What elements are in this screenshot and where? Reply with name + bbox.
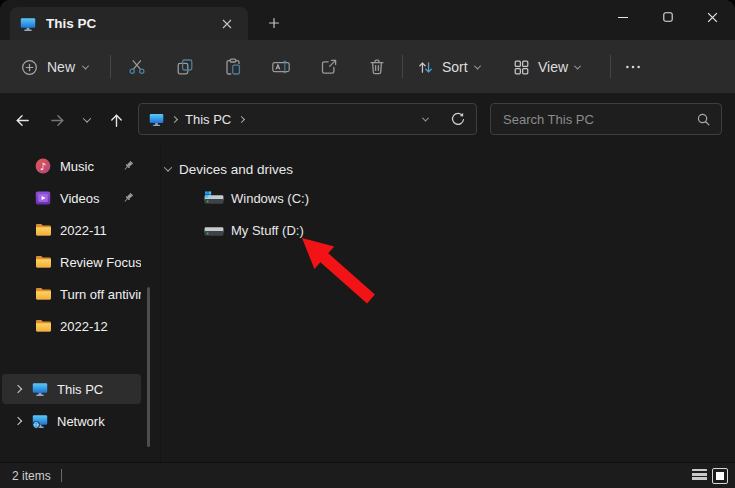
plus-icon: [268, 17, 280, 29]
status-bar: 2 items: [0, 462, 735, 488]
toolbar-divider: [110, 55, 111, 78]
maximize-icon: [663, 12, 673, 22]
forward-arrow-icon: [49, 112, 66, 129]
search-box[interactable]: [490, 103, 722, 135]
command-bar: New: [0, 40, 735, 93]
maximize-button[interactable]: [645, 0, 690, 34]
new-button-label: New: [47, 59, 75, 75]
address-bar[interactable]: This PC: [138, 103, 477, 135]
system-drive-icon: [204, 191, 224, 206]
folder-icon: [35, 286, 51, 302]
minimize-button[interactable]: [600, 0, 645, 34]
folder-icon: [35, 222, 51, 238]
sidebar-item-label: Videos: [60, 191, 122, 206]
chevron-right-icon: [171, 115, 178, 122]
sort-icon: [416, 58, 435, 77]
copy-button[interactable]: [174, 56, 196, 78]
chevron-down-icon: [82, 62, 89, 69]
large-icons-view-icon: [716, 472, 724, 480]
chevron-right-icon[interactable]: [15, 418, 25, 424]
music-icon: ♪: [35, 158, 51, 174]
rename-button[interactable]: [270, 56, 292, 78]
chevron-right-icon: [238, 115, 245, 122]
sort-button[interactable]: Sort: [412, 52, 484, 82]
sidebar-item-label: This PC: [57, 382, 141, 397]
sort-button-label: Sort: [442, 59, 468, 75]
items-count: 2 items: [12, 469, 51, 483]
share-button[interactable]: [318, 56, 340, 78]
window-controls: [600, 0, 735, 34]
new-tab-button[interactable]: [262, 11, 286, 35]
back-button[interactable]: [10, 108, 34, 132]
sidebar-item-review-focus-w[interactable]: Review Focus W: [2, 247, 141, 277]
minimize-icon: [618, 17, 628, 18]
red-arrow-shape: [302, 238, 375, 304]
chevron-down-icon: [164, 163, 172, 171]
scissors-icon: [127, 57, 147, 77]
tab-title: This PC: [46, 16, 216, 31]
new-button[interactable]: New: [16, 52, 92, 82]
sidebar-item-network[interactable]: Network: [2, 406, 141, 436]
this-pc-icon: [20, 16, 36, 32]
sidebar-item-label: Network: [57, 414, 141, 429]
sidebar-item-2022-11[interactable]: 2022-11: [2, 215, 141, 245]
back-arrow-icon: [14, 112, 31, 129]
refresh-icon: [450, 111, 466, 127]
chevron-down-icon: [574, 62, 581, 69]
chevron-right-icon[interactable]: [15, 386, 25, 392]
clipboard-icon: [223, 57, 243, 77]
sidebar-item-label: 2022-12: [60, 319, 141, 334]
large-icons-view-button[interactable]: [712, 468, 728, 484]
chevron-down-icon: [83, 114, 91, 122]
delete-button[interactable]: [366, 56, 388, 78]
details-view-button[interactable]: [692, 469, 707, 482]
group-header-label: Devices and drives: [179, 162, 293, 177]
data-drive-icon: [204, 223, 224, 238]
drive-label: My Stuff (D:): [231, 223, 304, 238]
refresh-button[interactable]: [450, 111, 466, 127]
view-button[interactable]: View: [508, 52, 584, 82]
breadcrumb-item-this-pc[interactable]: This PC: [185, 112, 231, 127]
sidebar-item-2022-12[interactable]: 2022-12: [2, 311, 141, 341]
this-pc-icon: [32, 381, 48, 397]
view-button-label: View: [538, 59, 568, 75]
search-input[interactable]: [501, 111, 696, 128]
drive-item-windows-c[interactable]: Windows (C:): [204, 187, 309, 209]
drive-label: Windows (C:): [231, 191, 309, 206]
file-explorer-window: This PC New: [0, 0, 735, 488]
sidebar-item-label: Review Focus W: [60, 255, 141, 270]
status-divider: [61, 469, 62, 482]
sidebar-scrollbar[interactable]: [147, 287, 150, 447]
up-button[interactable]: [104, 108, 128, 132]
this-pc-icon: [149, 112, 164, 127]
pin-icon: [122, 160, 134, 172]
sidebar-item-music[interactable]: ♪ Music: [2, 151, 141, 181]
tab-this-pc[interactable]: This PC: [10, 7, 248, 40]
rename-icon: [271, 57, 291, 77]
toolbar-divider: [610, 55, 611, 78]
network-icon: [32, 413, 48, 429]
address-dropdown-button[interactable]: [422, 114, 429, 121]
close-icon: [222, 19, 232, 29]
ellipsis-icon: [623, 57, 643, 77]
drive-item-my-stuff-d[interactable]: My Stuff (D:): [204, 219, 304, 241]
forward-button[interactable]: [45, 108, 69, 132]
up-arrow-icon: [108, 112, 125, 129]
sidebar-item-videos[interactable]: Videos: [2, 183, 141, 213]
tab-close-button[interactable]: [216, 13, 238, 35]
more-options-button[interactable]: [620, 56, 646, 78]
close-window-button[interactable]: [690, 0, 735, 34]
folder-icon: [35, 318, 51, 334]
search-icon: [696, 112, 711, 127]
sidebar-item-turn-off-antiviru[interactable]: Turn off antiviru: [2, 279, 141, 309]
trash-icon: [367, 57, 387, 77]
cut-button[interactable]: [126, 56, 148, 78]
sidebar-item-label: 2022-11: [60, 223, 141, 238]
pin-icon: [122, 192, 134, 204]
paste-button[interactable]: [222, 56, 244, 78]
recent-locations-button[interactable]: [75, 108, 99, 132]
svg-text:♪: ♪: [40, 161, 46, 172]
group-header-devices-and-drives[interactable]: Devices and drives: [165, 159, 293, 179]
sidebar-item-this-pc[interactable]: This PC: [2, 374, 141, 404]
address-row: This PC: [0, 93, 735, 145]
